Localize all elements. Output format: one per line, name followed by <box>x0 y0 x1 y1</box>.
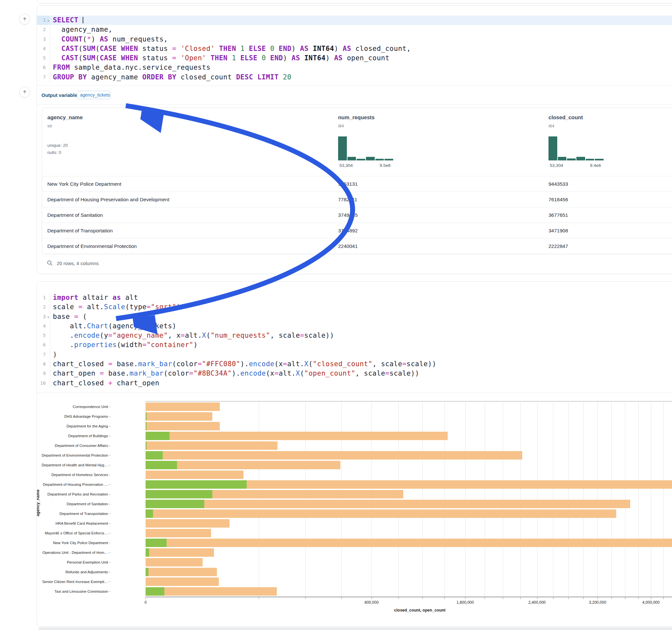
y-axis-label: Department of Health and Mental Hyg… <box>0 460 108 470</box>
closed-count-bar[interactable] <box>146 568 217 576</box>
x-axis-tick <box>371 597 372 599</box>
code-line-4[interactable]: 4 alt.Chart(agency_tickets) <box>37 321 672 331</box>
code-line-3[interactable]: 3 COUNT(*) AS num_requests, <box>37 35 672 44</box>
line-number: 5 <box>37 53 46 63</box>
column-header-agency_name[interactable]: agency_name <box>47 114 83 121</box>
chart-row <box>146 577 672 587</box>
sql-editor[interactable]: 1∨SELECT 2 agency_name,3 COUNT(*) AS num… <box>37 16 672 82</box>
code-text: GROUP BY agency_name ORDER BY closed_cou… <box>53 73 291 82</box>
histogram-bar <box>366 157 375 161</box>
previous-cell-card-edge <box>37 0 672 3</box>
closed-count-bar[interactable] <box>146 509 616 518</box>
code-line-10[interactable]: 10chart_closed + chart_open <box>37 379 672 388</box>
chart-x-axis-title: closed_count, open_count <box>394 608 446 612</box>
x-axis-tick <box>465 597 465 599</box>
code-line-2[interactable]: 2scale = alt.Scale(type="sqrt") <box>37 302 672 312</box>
table-footer-text: 20 rows, 4 columns <box>57 261 99 266</box>
chart-row <box>146 557 672 567</box>
open-count-bar[interactable] <box>146 490 212 499</box>
x-axis-tick <box>259 597 259 599</box>
y-axis-tick <box>109 465 111 465</box>
code-line-9[interactable]: 9chart_open = base.mark_bar(color="#8BC3… <box>37 369 672 378</box>
table-cell: 2222847 <box>549 243 568 249</box>
fold-chevron-icon[interactable]: ∨ <box>47 16 51 25</box>
closed-count-bar[interactable] <box>146 539 672 547</box>
histogram-max-label: 9.4e6 <box>590 163 601 168</box>
fold-chevron-icon[interactable]: ∨ <box>47 312 51 322</box>
mini-histogram-closed_count[interactable] <box>549 136 604 161</box>
open-count-bar[interactable] <box>146 451 163 460</box>
open-count-bar[interactable] <box>146 568 148 576</box>
table-cell: 9443533 <box>549 181 568 187</box>
x-axis-line <box>146 597 672 597</box>
y-axis-tick <box>109 475 111 475</box>
code-line-1[interactable]: 1import altair as alt <box>37 293 672 302</box>
closed-count-bar[interactable] <box>146 548 214 557</box>
search-icon[interactable] <box>47 260 53 266</box>
y-axis-tick <box>109 455 111 456</box>
closed-count-bar[interactable] <box>146 578 219 586</box>
chart-row <box>146 499 672 509</box>
y-axis-tick <box>109 436 111 436</box>
table-row[interactable]: Department of Housing Preservation and D… <box>42 192 672 208</box>
code-text: alt.Chart(agency_tickets) <box>53 321 176 331</box>
column-type: str <box>47 123 52 128</box>
closed-count-bar[interactable] <box>146 470 243 479</box>
open-count-bar[interactable] <box>146 548 149 557</box>
table-cell: 3677651 <box>549 212 568 218</box>
mini-histogram-num_requests[interactable] <box>338 136 393 161</box>
closed-count-bar[interactable] <box>146 500 630 508</box>
code-line-8[interactable]: 8chart_closed = base.mark_bar(color="#FF… <box>37 359 672 369</box>
add-cell-button-output[interactable]: + <box>19 87 30 98</box>
code-line-5[interactable]: 5 CAST(SUM(CASE WHEN status = 'Open' THE… <box>37 53 672 63</box>
code-line-3[interactable]: 3∨base = ( <box>37 312 672 321</box>
open-count-bar[interactable] <box>146 432 170 440</box>
table-row[interactable]: Department of Transportation377489234719… <box>42 223 672 239</box>
code-line-7[interactable]: 7GROUP BY agency_name ORDER BY closed_co… <box>37 73 672 82</box>
open-count-bar[interactable] <box>146 480 247 489</box>
code-line-4[interactable]: 4 CAST(SUM(CASE WHEN status = 'Closed' T… <box>37 44 672 53</box>
open-count-bar[interactable] <box>146 441 146 450</box>
closed-count-bar[interactable] <box>146 451 522 460</box>
code-line-1[interactable]: 1∨SELECT <box>37 16 672 25</box>
y-axis-tick <box>109 504 111 504</box>
y-axis-tick <box>109 426 111 427</box>
chart-row <box>146 470 672 480</box>
y-axis-label: Mayorâ€ s Office of Special Enforce… <box>0 528 108 538</box>
closed-count-bar[interactable] <box>146 587 277 596</box>
closed-count-bar[interactable] <box>146 529 211 537</box>
y-axis-tick <box>109 553 111 553</box>
closed-count-bar[interactable] <box>146 403 220 411</box>
closed-count-bar[interactable] <box>146 441 278 450</box>
open-count-bar[interactable] <box>146 587 164 596</box>
output-bar-divider <box>37 104 672 105</box>
x-axis-tick-label: 800,000 <box>365 600 379 605</box>
code-line-7[interactable]: 7) <box>37 350 672 359</box>
plot-region[interactable] <box>146 402 672 596</box>
closed-count-bar[interactable] <box>146 519 230 528</box>
table-row[interactable]: New York City Police Department945313194… <box>42 176 672 192</box>
closed-count-bar[interactable] <box>146 412 212 421</box>
open-count-bar[interactable] <box>146 500 204 508</box>
open-count-bar[interactable] <box>146 461 177 469</box>
add-cell-button-top[interactable]: + <box>19 14 30 25</box>
python-editor[interactable]: 1import altair as alt2scale = alt.Scale(… <box>37 293 672 388</box>
histogram-bar <box>558 157 567 161</box>
code-line-6[interactable]: 6FROM sample_data.nyc.service_requests <box>37 63 672 72</box>
column-header-num_requests[interactable]: num_requests <box>338 114 375 121</box>
column-meta: unique: 20 <box>47 143 68 148</box>
closed-count-bar[interactable] <box>146 422 220 430</box>
output-variable-chip[interactable]: agency_tickets <box>77 91 111 99</box>
column-header-closed_count[interactable]: closed_count <box>549 114 583 121</box>
table-row[interactable]: Department of Sanitation37494853677651 <box>42 207 672 223</box>
code-line-2[interactable]: 2 agency_name, <box>37 25 672 34</box>
open-count-bar[interactable] <box>146 539 167 547</box>
code-line-5[interactable]: 5 .encode(y="agency_name", x=alt.X("num_… <box>37 331 672 340</box>
open-count-bar[interactable] <box>146 412 146 421</box>
open-count-bar[interactable] <box>146 422 146 430</box>
closed-count-bar[interactable] <box>146 432 448 440</box>
table-row[interactable]: Department of Environmental Protection22… <box>42 238 672 254</box>
open-count-bar[interactable] <box>146 509 153 518</box>
closed-count-bar[interactable] <box>146 558 202 566</box>
code-line-6[interactable]: 6 .properties(width="container") <box>37 340 672 350</box>
